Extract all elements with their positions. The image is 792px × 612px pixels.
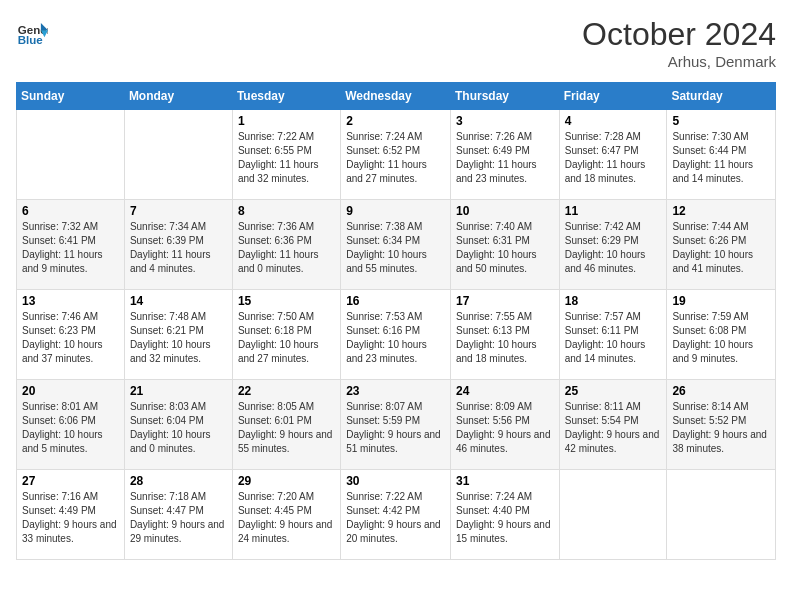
calendar-cell: 15Sunrise: 7:50 AMSunset: 6:18 PMDayligh…	[232, 290, 340, 380]
location: Arhus, Denmark	[582, 53, 776, 70]
weekday-header: Monday	[124, 83, 232, 110]
calendar-cell: 29Sunrise: 7:20 AMSunset: 4:45 PMDayligh…	[232, 470, 340, 560]
day-number: 3	[456, 114, 554, 128]
day-detail: Sunrise: 7:50 AMSunset: 6:18 PMDaylight:…	[238, 310, 335, 366]
day-number: 1	[238, 114, 335, 128]
day-detail: Sunrise: 8:03 AMSunset: 6:04 PMDaylight:…	[130, 400, 227, 456]
calendar-cell: 14Sunrise: 7:48 AMSunset: 6:21 PMDayligh…	[124, 290, 232, 380]
calendar-cell: 7Sunrise: 7:34 AMSunset: 6:39 PMDaylight…	[124, 200, 232, 290]
calendar-cell: 10Sunrise: 7:40 AMSunset: 6:31 PMDayligh…	[450, 200, 559, 290]
calendar-cell: 28Sunrise: 7:18 AMSunset: 4:47 PMDayligh…	[124, 470, 232, 560]
calendar-cell: 2Sunrise: 7:24 AMSunset: 6:52 PMDaylight…	[341, 110, 451, 200]
calendar-cell	[559, 470, 667, 560]
day-number: 26	[672, 384, 770, 398]
day-number: 13	[22, 294, 119, 308]
calendar-cell: 20Sunrise: 8:01 AMSunset: 6:06 PMDayligh…	[17, 380, 125, 470]
day-number: 28	[130, 474, 227, 488]
calendar-cell: 6Sunrise: 7:32 AMSunset: 6:41 PMDaylight…	[17, 200, 125, 290]
weekday-header-row: SundayMondayTuesdayWednesdayThursdayFrid…	[17, 83, 776, 110]
day-number: 14	[130, 294, 227, 308]
calendar-week-row: 13Sunrise: 7:46 AMSunset: 6:23 PMDayligh…	[17, 290, 776, 380]
day-number: 10	[456, 204, 554, 218]
day-number: 21	[130, 384, 227, 398]
day-detail: Sunrise: 7:30 AMSunset: 6:44 PMDaylight:…	[672, 130, 770, 186]
calendar-cell: 17Sunrise: 7:55 AMSunset: 6:13 PMDayligh…	[450, 290, 559, 380]
day-number: 24	[456, 384, 554, 398]
day-number: 29	[238, 474, 335, 488]
calendar-cell: 19Sunrise: 7:59 AMSunset: 6:08 PMDayligh…	[667, 290, 776, 380]
day-detail: Sunrise: 7:53 AMSunset: 6:16 PMDaylight:…	[346, 310, 445, 366]
weekday-header: Saturday	[667, 83, 776, 110]
calendar-cell: 27Sunrise: 7:16 AMSunset: 4:49 PMDayligh…	[17, 470, 125, 560]
calendar-cell: 21Sunrise: 8:03 AMSunset: 6:04 PMDayligh…	[124, 380, 232, 470]
calendar-cell: 18Sunrise: 7:57 AMSunset: 6:11 PMDayligh…	[559, 290, 667, 380]
day-detail: Sunrise: 8:14 AMSunset: 5:52 PMDaylight:…	[672, 400, 770, 456]
day-detail: Sunrise: 7:20 AMSunset: 4:45 PMDaylight:…	[238, 490, 335, 546]
day-detail: Sunrise: 7:16 AMSunset: 4:49 PMDaylight:…	[22, 490, 119, 546]
day-detail: Sunrise: 8:05 AMSunset: 6:01 PMDaylight:…	[238, 400, 335, 456]
day-number: 19	[672, 294, 770, 308]
day-number: 25	[565, 384, 662, 398]
day-detail: Sunrise: 7:38 AMSunset: 6:34 PMDaylight:…	[346, 220, 445, 276]
calendar-cell: 24Sunrise: 8:09 AMSunset: 5:56 PMDayligh…	[450, 380, 559, 470]
day-detail: Sunrise: 7:59 AMSunset: 6:08 PMDaylight:…	[672, 310, 770, 366]
svg-text:Blue: Blue	[18, 34, 44, 46]
calendar-cell: 5Sunrise: 7:30 AMSunset: 6:44 PMDaylight…	[667, 110, 776, 200]
day-detail: Sunrise: 7:48 AMSunset: 6:21 PMDaylight:…	[130, 310, 227, 366]
day-detail: Sunrise: 7:55 AMSunset: 6:13 PMDaylight:…	[456, 310, 554, 366]
day-number: 6	[22, 204, 119, 218]
day-number: 16	[346, 294, 445, 308]
calendar-cell: 11Sunrise: 7:42 AMSunset: 6:29 PMDayligh…	[559, 200, 667, 290]
calendar-cell: 22Sunrise: 8:05 AMSunset: 6:01 PMDayligh…	[232, 380, 340, 470]
calendar-cell: 4Sunrise: 7:28 AMSunset: 6:47 PMDaylight…	[559, 110, 667, 200]
calendar-cell: 12Sunrise: 7:44 AMSunset: 6:26 PMDayligh…	[667, 200, 776, 290]
day-detail: Sunrise: 7:40 AMSunset: 6:31 PMDaylight:…	[456, 220, 554, 276]
calendar-cell: 23Sunrise: 8:07 AMSunset: 5:59 PMDayligh…	[341, 380, 451, 470]
day-detail: Sunrise: 7:46 AMSunset: 6:23 PMDaylight:…	[22, 310, 119, 366]
day-number: 22	[238, 384, 335, 398]
page-header: General Blue October 2024 Arhus, Denmark	[16, 16, 776, 70]
day-number: 20	[22, 384, 119, 398]
logo: General Blue	[16, 16, 48, 48]
day-detail: Sunrise: 8:09 AMSunset: 5:56 PMDaylight:…	[456, 400, 554, 456]
day-detail: Sunrise: 7:32 AMSunset: 6:41 PMDaylight:…	[22, 220, 119, 276]
day-number: 30	[346, 474, 445, 488]
calendar-cell: 13Sunrise: 7:46 AMSunset: 6:23 PMDayligh…	[17, 290, 125, 380]
day-detail: Sunrise: 7:18 AMSunset: 4:47 PMDaylight:…	[130, 490, 227, 546]
day-number: 17	[456, 294, 554, 308]
calendar-week-row: 6Sunrise: 7:32 AMSunset: 6:41 PMDaylight…	[17, 200, 776, 290]
day-detail: Sunrise: 7:57 AMSunset: 6:11 PMDaylight:…	[565, 310, 662, 366]
logo-icon: General Blue	[16, 16, 48, 48]
calendar-cell: 25Sunrise: 8:11 AMSunset: 5:54 PMDayligh…	[559, 380, 667, 470]
day-detail: Sunrise: 7:24 AMSunset: 4:40 PMDaylight:…	[456, 490, 554, 546]
calendar-week-row: 20Sunrise: 8:01 AMSunset: 6:06 PMDayligh…	[17, 380, 776, 470]
day-detail: Sunrise: 7:22 AMSunset: 4:42 PMDaylight:…	[346, 490, 445, 546]
calendar-table: SundayMondayTuesdayWednesdayThursdayFrid…	[16, 82, 776, 560]
day-detail: Sunrise: 8:01 AMSunset: 6:06 PMDaylight:…	[22, 400, 119, 456]
day-number: 5	[672, 114, 770, 128]
day-number: 7	[130, 204, 227, 218]
day-detail: Sunrise: 7:36 AMSunset: 6:36 PMDaylight:…	[238, 220, 335, 276]
day-detail: Sunrise: 7:24 AMSunset: 6:52 PMDaylight:…	[346, 130, 445, 186]
calendar-week-row: 1Sunrise: 7:22 AMSunset: 6:55 PMDaylight…	[17, 110, 776, 200]
calendar-cell	[124, 110, 232, 200]
calendar-cell: 31Sunrise: 7:24 AMSunset: 4:40 PMDayligh…	[450, 470, 559, 560]
day-detail: Sunrise: 7:28 AMSunset: 6:47 PMDaylight:…	[565, 130, 662, 186]
calendar-cell: 26Sunrise: 8:14 AMSunset: 5:52 PMDayligh…	[667, 380, 776, 470]
calendar-cell	[17, 110, 125, 200]
day-number: 2	[346, 114, 445, 128]
calendar-cell	[667, 470, 776, 560]
day-number: 4	[565, 114, 662, 128]
calendar-cell: 1Sunrise: 7:22 AMSunset: 6:55 PMDaylight…	[232, 110, 340, 200]
calendar-cell: 9Sunrise: 7:38 AMSunset: 6:34 PMDaylight…	[341, 200, 451, 290]
weekday-header: Tuesday	[232, 83, 340, 110]
day-detail: Sunrise: 7:34 AMSunset: 6:39 PMDaylight:…	[130, 220, 227, 276]
calendar-cell: 16Sunrise: 7:53 AMSunset: 6:16 PMDayligh…	[341, 290, 451, 380]
weekday-header: Sunday	[17, 83, 125, 110]
calendar-cell: 3Sunrise: 7:26 AMSunset: 6:49 PMDaylight…	[450, 110, 559, 200]
day-detail: Sunrise: 8:11 AMSunset: 5:54 PMDaylight:…	[565, 400, 662, 456]
day-number: 23	[346, 384, 445, 398]
day-detail: Sunrise: 7:42 AMSunset: 6:29 PMDaylight:…	[565, 220, 662, 276]
title-block: October 2024 Arhus, Denmark	[582, 16, 776, 70]
day-number: 8	[238, 204, 335, 218]
